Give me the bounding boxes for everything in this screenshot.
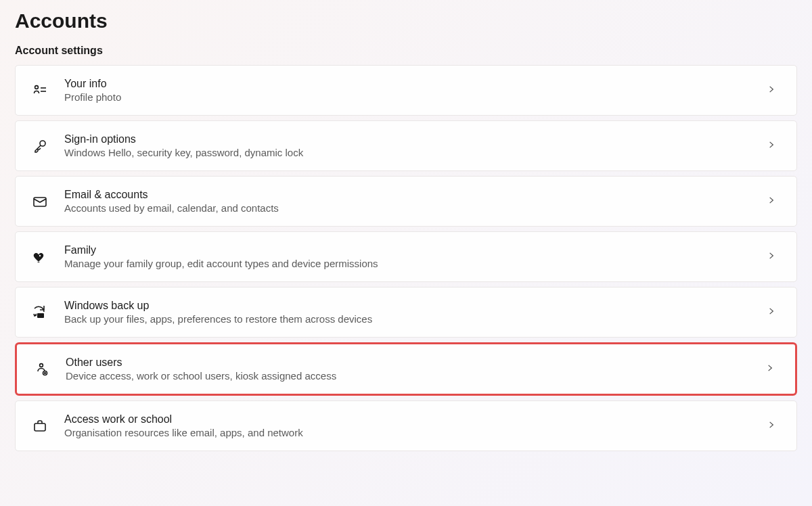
key-icon xyxy=(30,137,49,156)
item-title: Sign-in options xyxy=(64,133,767,145)
chevron-right-icon xyxy=(767,85,780,97)
item-title: Family xyxy=(64,244,767,256)
item-desc: Organisation resources like email, apps,… xyxy=(64,427,767,438)
chevron-right-icon xyxy=(767,420,780,432)
chevron-right-icon xyxy=(767,251,780,263)
chevron-right-icon xyxy=(767,140,780,152)
backup-icon xyxy=(30,303,49,322)
svg-point-3 xyxy=(40,141,45,146)
item-email-accounts[interactable]: Email & accounts Accounts used by email,… xyxy=(15,176,797,227)
section-title: Account settings xyxy=(15,45,797,57)
accounts-page: Accounts Account settings Your info Prof… xyxy=(0,0,812,461)
item-desc: Device access, work or school users, kio… xyxy=(66,370,765,382)
item-family[interactable]: Family Manage your family group, edit ac… xyxy=(15,231,797,282)
item-desc: Profile photo xyxy=(64,91,767,103)
settings-list: Your info Profile photo Sign-in options … xyxy=(15,65,797,451)
item-windows-backup[interactable]: Windows back up Back up your files, apps… xyxy=(15,287,797,338)
item-text: Email & accounts Accounts used by email,… xyxy=(64,189,767,214)
item-text: Your info Profile photo xyxy=(64,78,767,103)
chevron-right-icon xyxy=(767,196,780,208)
item-title: Windows back up xyxy=(64,300,767,312)
family-heart-icon xyxy=(30,248,49,267)
item-title: Your info xyxy=(64,78,767,90)
item-text: Windows back up Back up your files, apps… xyxy=(64,300,767,325)
svg-rect-11 xyxy=(35,423,45,431)
item-title: Email & accounts xyxy=(64,189,767,201)
svg-point-0 xyxy=(35,85,39,89)
other-users-icon xyxy=(32,360,51,379)
svg-point-7 xyxy=(40,363,43,367)
item-desc: Windows Hello, security key, password, d… xyxy=(64,147,767,158)
svg-point-5 xyxy=(39,254,41,256)
item-text: Family Manage your family group, edit ac… xyxy=(64,244,767,269)
item-title: Other users xyxy=(66,356,765,369)
item-title: Access work or school xyxy=(64,413,767,426)
chevron-right-icon xyxy=(765,363,779,375)
page-title: Accounts xyxy=(15,9,797,32)
item-desc: Accounts used by email, calendar, and co… xyxy=(64,202,767,214)
item-text: Access work or school Organisation resou… xyxy=(64,413,767,438)
item-your-info[interactable]: Your info Profile photo xyxy=(15,65,797,116)
item-other-users[interactable]: Other users Device access, work or schoo… xyxy=(15,342,797,396)
chevron-right-icon xyxy=(767,306,780,319)
item-access-work-school[interactable]: Access work or school Organisation resou… xyxy=(15,400,797,451)
your-info-icon xyxy=(30,81,49,100)
mail-icon xyxy=(30,192,49,211)
item-sign-in-options[interactable]: Sign-in options Windows Hello, security … xyxy=(15,120,797,171)
item-desc: Back up your files, apps, preferences to… xyxy=(64,313,767,325)
briefcase-icon xyxy=(30,417,49,436)
item-text: Sign-in options Windows Hello, security … xyxy=(64,133,767,158)
svg-rect-6 xyxy=(37,313,44,318)
item-desc: Manage your family group, edit account t… xyxy=(64,258,767,269)
item-text: Other users Device access, work or schoo… xyxy=(66,356,765,382)
